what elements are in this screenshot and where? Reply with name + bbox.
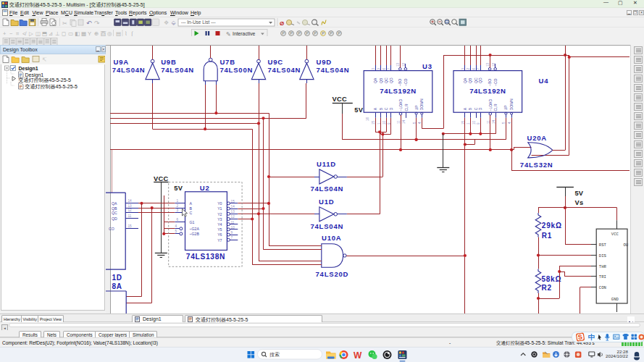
svg-text:UP: UP [503, 105, 508, 111]
svg-text:U4: U4 [539, 77, 549, 85]
svg-text:Y5: Y5 [217, 227, 222, 232]
svg-text:74LS00N: 74LS00N [219, 66, 253, 74]
svg-text:P: P [290, 31, 293, 35]
svg-text:7: 7 [388, 68, 391, 70]
svg-text:A: A [373, 107, 377, 110]
svg-text:QB: QB [112, 206, 117, 211]
svg-text:74LS04N: 74LS04N [310, 222, 343, 230]
svg-text:⬙: ⬙ [172, 20, 177, 26]
svg-text:RST: RST [599, 243, 607, 248]
svg-text:~LOAD: ~LOAD [398, 99, 403, 111]
svg-text:Y1: Y1 [217, 206, 222, 211]
svg-text:↸: ↸ [42, 56, 47, 63]
svg-text:GND: GND [611, 297, 619, 302]
svg-text:QC: QC [384, 77, 388, 83]
svg-text:Design1: Design1 [19, 66, 38, 72]
svg-text:D: D [478, 107, 482, 110]
svg-text:A: A [463, 107, 467, 110]
svg-text:QA: QA [463, 77, 467, 83]
svg-text:U1D: U1D [319, 198, 334, 206]
svg-text:R2: R2 [541, 284, 551, 292]
svg-text:3: 3 [461, 68, 465, 70]
svg-text:~CO: ~CO [493, 78, 498, 86]
svg-text:1: 1 [177, 199, 179, 203]
svg-text:QC: QC [112, 211, 117, 215]
svg-text:Y2: Y2 [217, 212, 222, 216]
svg-text:C: C [190, 211, 193, 215]
svg-text:P: P [306, 31, 309, 35]
svg-text:QA: QA [373, 77, 377, 83]
svg-text:58kΩ: 58kΩ [541, 275, 561, 283]
svg-text:U20A: U20A [527, 134, 548, 142]
svg-text:74LS192N: 74LS192N [469, 87, 506, 95]
svg-text:P: P [314, 31, 317, 35]
svg-text:13: 13 [396, 62, 400, 67]
svg-text:~BO: ~BO [488, 79, 492, 86]
svg-text:QD: QD [112, 216, 117, 221]
svg-text:Y3: Y3 [217, 217, 222, 222]
svg-text:QC: QC [474, 77, 478, 83]
svg-text:搜索: 搜索 [269, 352, 280, 358]
svg-text:74LS04N: 74LS04N [161, 66, 194, 74]
svg-text:D: D [389, 107, 393, 110]
svg-text:❖: ❖ [164, 20, 169, 26]
svg-text:OU: OU [624, 243, 629, 248]
svg-text:B: B [379, 107, 383, 110]
svg-text:--- In-Use List ---: --- In-Use List --- [181, 20, 216, 25]
svg-text:UP: UP [414, 105, 419, 111]
svg-text:14: 14 [231, 205, 235, 209]
svg-text:~BO: ~BO [398, 79, 402, 86]
svg-text:1D: 1D [112, 274, 122, 282]
svg-text:THR: THR [599, 264, 607, 269]
svg-text:2: 2 [467, 68, 470, 70]
svg-text:G1: G1 [190, 220, 195, 224]
svg-text:Ø: Ø [280, 20, 284, 27]
svg-text:11: 11 [397, 120, 401, 124]
svg-text:11: 11 [487, 120, 490, 124]
svg-text:VCC: VCC [154, 175, 169, 182]
svg-text:5: 5 [175, 230, 177, 233]
svg-text:2: 2 [377, 68, 381, 70]
svg-text:3: 3 [372, 68, 375, 70]
svg-text:8A: 8A [112, 282, 122, 290]
svg-text:↷: ↷ [94, 20, 100, 27]
svg-text:74LS32N: 74LS32N [520, 161, 553, 169]
svg-text:74LS20D: 74LS20D [316, 270, 349, 278]
svg-text:3: 3 [177, 209, 179, 212]
svg-text:4: 4 [418, 122, 422, 124]
svg-text:Y0: Y0 [217, 201, 222, 206]
svg-text:5: 5 [413, 122, 417, 124]
svg-text:Y4: Y4 [217, 222, 222, 227]
svg-text:U3: U3 [422, 62, 432, 70]
svg-text:VCC: VCC [611, 232, 619, 237]
svg-text:U10A: U10A [322, 234, 342, 242]
svg-text:B: B [190, 206, 193, 211]
svg-text:74LS192N: 74LS192N [380, 87, 416, 95]
svg-text:10: 10 [472, 120, 476, 125]
svg-text:~G2A: ~G2A [190, 227, 200, 231]
svg-text:P: P [338, 31, 340, 35]
svg-text:P: P [282, 31, 285, 35]
svg-text:7: 7 [231, 236, 233, 240]
svg-text:QA: QA [112, 201, 117, 206]
svg-text:DIS: DIS [599, 253, 607, 258]
svg-text:2: 2 [177, 204, 179, 208]
svg-text:1: 1 [467, 122, 470, 125]
svg-text:QB: QB [468, 77, 472, 83]
svg-text:74LS04N: 74LS04N [112, 66, 146, 74]
svg-text:C: C [384, 107, 388, 110]
svg-text:5V: 5V [574, 190, 583, 197]
svg-text:中: 中 [588, 333, 595, 341]
svg-text:~G2B: ~G2B [190, 232, 200, 236]
svg-text:U9D: U9D [317, 58, 332, 66]
svg-text:Vs: Vs [574, 199, 583, 206]
svg-text:15: 15 [372, 120, 375, 125]
svg-text:12: 12 [402, 62, 406, 67]
svg-text:CLR: CLR [404, 104, 409, 111]
svg-text:12: 12 [231, 215, 235, 219]
svg-text:QB: QB [379, 77, 383, 83]
svg-text:5V: 5V [174, 185, 183, 192]
svg-text:~CO: ~CO [403, 78, 408, 86]
svg-text:13: 13 [231, 210, 235, 214]
svg-text:U9C: U9C [268, 58, 283, 66]
